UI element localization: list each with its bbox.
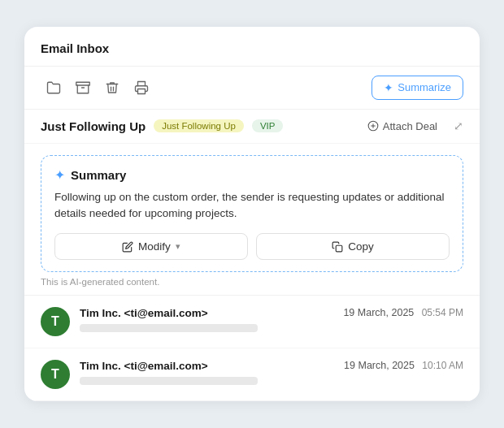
email-info-1: Tim Inc. <ti@email.com>	[80, 307, 333, 332]
chevron-down-icon: ▾	[176, 241, 180, 252]
svg-rect-0	[76, 82, 90, 85]
email-meta-2: 19 March, 2025 10:10 AM	[344, 360, 463, 371]
email-meta-1: 19 March, 2025 05:54 PM	[343, 307, 463, 318]
copy-label: Copy	[348, 240, 374, 253]
email-date-2: 19 March, 2025	[344, 360, 415, 371]
summarize-sparkle-icon: ✦	[384, 81, 393, 94]
avatar-1: T	[41, 307, 70, 336]
email-time-1: 05:54 PM	[422, 307, 463, 318]
collapse-icon[interactable]: ⤢	[454, 119, 463, 132]
folder-icon[interactable]	[41, 75, 67, 101]
email-sender-2: Tim Inc. <ti@email.com>	[80, 360, 334, 372]
archive-icon[interactable]	[70, 75, 96, 101]
email-info-2: Tim Inc. <ti@email.com>	[80, 360, 334, 385]
email-time-2: 10:10 AM	[422, 360, 463, 371]
attach-deal-icon	[367, 120, 379, 132]
attach-deal-button[interactable]: Attach Deal	[367, 120, 437, 132]
email-item-1[interactable]: T Tim Inc. <ti@email.com> 19 March, 2025…	[24, 296, 480, 348]
summary-actions: Modify ▾ Copy	[54, 233, 450, 260]
modify-label: Modify	[138, 240, 171, 253]
badge-following-up: Just Following Up	[154, 119, 244, 132]
summary-heading: ✦ Summary	[54, 167, 450, 183]
toolbar: ✦ Summarize	[24, 67, 480, 110]
card-header: Email Inbox	[24, 27, 480, 67]
copy-button[interactable]: Copy	[256, 233, 450, 260]
email-list: T Tim Inc. <ti@email.com> 19 March, 2025…	[24, 295, 480, 401]
summarize-button[interactable]: ✦ Summarize	[371, 76, 463, 100]
avatar-2: T	[41, 360, 70, 389]
summarize-label: Summarize	[398, 81, 451, 93]
svg-rect-6	[336, 245, 342, 252]
email-preview-2	[80, 377, 258, 385]
ai-notice: This is AI-generated content.	[41, 272, 463, 295]
print-icon[interactable]	[128, 75, 154, 101]
modify-button[interactable]: Modify ▾	[54, 233, 248, 260]
subject-bar: Just Following Up Just Following Up VIP …	[24, 110, 480, 144]
copy-icon	[332, 241, 343, 253]
spark-icon: ✦	[54, 167, 65, 183]
badge-vip: VIP	[252, 119, 284, 132]
trash-icon[interactable]	[99, 75, 125, 101]
attach-deal-label: Attach Deal	[383, 120, 437, 132]
summary-body: Following up on the custom order, the se…	[54, 189, 450, 223]
summary-heading-text: Summary	[71, 168, 126, 182]
subject-title: Just Following Up	[41, 119, 146, 133]
edit-icon	[122, 241, 133, 253]
email-item-2[interactable]: T Tim Inc. <ti@email.com> 19 March, 2025…	[24, 348, 480, 401]
main-content: ✦ Summary Following up on the custom ord…	[24, 144, 480, 296]
email-sender-1: Tim Inc. <ti@email.com>	[80, 307, 333, 319]
email-date-1: 19 March, 2025	[343, 307, 414, 318]
summary-box: ✦ Summary Following up on the custom ord…	[41, 155, 463, 273]
card-title: Email Inbox	[41, 41, 109, 55]
email-preview-1	[80, 324, 258, 332]
email-inbox-card: Email Inbox	[24, 27, 480, 402]
svg-rect-2	[138, 89, 146, 93]
